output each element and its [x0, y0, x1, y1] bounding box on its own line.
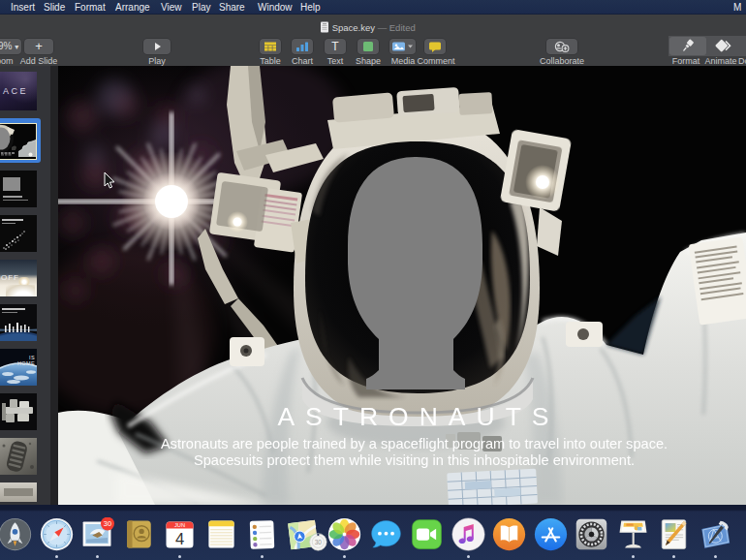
svg-text:Astronauts are people trained: Astronauts are people trained by a space…: [161, 436, 668, 451]
svg-text:30: 30: [104, 519, 111, 528]
svg-text:Spacesuits protect them while: Spacesuits protect them while visiting i…: [194, 452, 635, 468]
svg-text:JUN: JUN: [174, 522, 185, 528]
svg-text:30: 30: [315, 539, 323, 545]
svg-text:4: 4: [175, 530, 184, 548]
svg-text:ASTRONAUTS: ASTRONAUTS: [277, 402, 559, 431]
